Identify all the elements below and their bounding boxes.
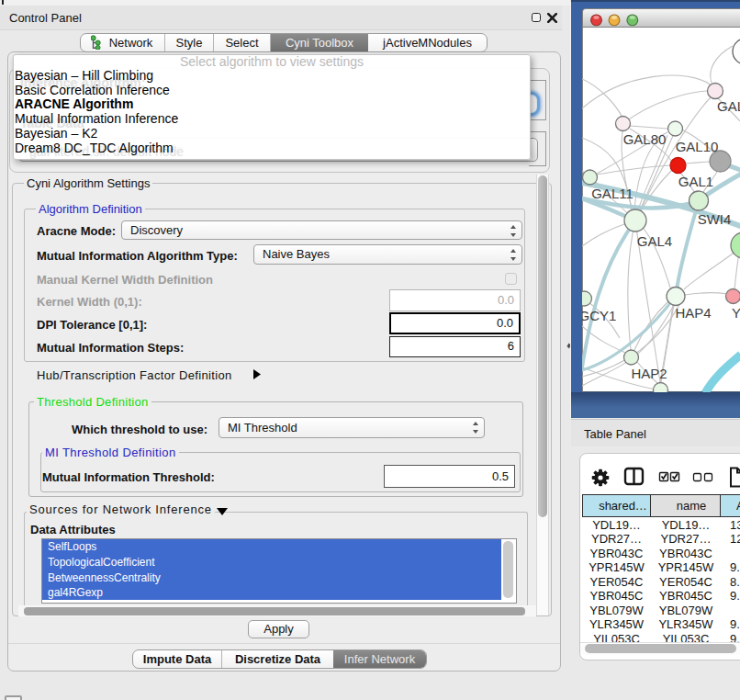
- svg-text:GAL2: GAL2: [717, 98, 740, 114]
- svg-text:GAL80: GAL80: [623, 131, 667, 147]
- svg-text:GAL1: GAL1: [678, 174, 713, 189]
- svg-text:GAL4: GAL4: [637, 233, 672, 249]
- svg-text:HAP4: HAP4: [675, 305, 711, 321]
- svg-text:GCY1: GCY1: [582, 308, 616, 323]
- svg-text:YJR048W: YJR048W: [732, 305, 740, 321]
- svg-text:GAL10: GAL10: [676, 139, 719, 154]
- svg-text:SWI4: SWI4: [698, 211, 732, 227]
- svg-text:GAL11: GAL11: [591, 186, 633, 201]
- svg-text:HAP2: HAP2: [631, 366, 667, 381]
